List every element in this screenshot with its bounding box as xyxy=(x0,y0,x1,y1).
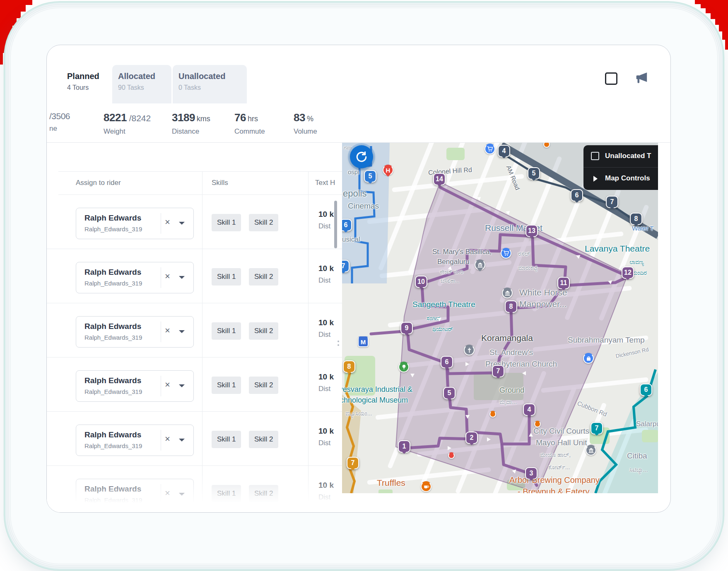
reassign-fab[interactable] xyxy=(350,145,373,168)
bank-icon xyxy=(586,445,596,456)
row-metric-label: Dist xyxy=(318,439,330,447)
map-label: epolis xyxy=(343,188,366,199)
chevron-down-icon[interactable] xyxy=(179,384,185,390)
skill-chip: Skill 2 xyxy=(249,322,278,340)
clear-rider-icon[interactable]: × xyxy=(165,271,170,282)
rider-id: Ralph_Edwards_319 xyxy=(84,334,142,341)
tab-unallocated[interactable]: Unallocated0 Tasks xyxy=(173,65,247,103)
tab-subtitle: 90 Tasks xyxy=(118,84,165,91)
stop-marker-purple-6[interactable]: 6 xyxy=(441,356,453,368)
map-label: ಮೈದಾ... xyxy=(499,398,517,405)
map-label: Koramangala xyxy=(481,333,533,343)
stop-marker-purple-5[interactable]: 5 xyxy=(443,387,456,399)
rider-select[interactable]: Ralph EdwardsRalph_Edwards_319× xyxy=(76,425,194,456)
table-scrollbar[interactable] xyxy=(334,201,337,248)
stop-marker-purple-8[interactable]: 8 xyxy=(505,300,517,313)
stat-weight: 8221 /8242Weight xyxy=(104,111,151,136)
map-label: Manpower... xyxy=(519,299,566,309)
select-all-checkbox[interactable] xyxy=(605,72,617,85)
unallocated-checkbox[interactable] xyxy=(591,152,599,160)
table-row: Ralph EdwardsRalph_Edwards_319×Skill 1Sk… xyxy=(47,249,342,303)
route-arrow-icon xyxy=(437,318,441,324)
stop-marker-purple-1[interactable]: 1 xyxy=(398,440,410,453)
stat-commute: 76hrsCommute xyxy=(234,111,265,136)
stop-marker-blue-5[interactable]: 5 xyxy=(364,170,376,182)
map-label: Salarpur xyxy=(636,420,658,428)
museum-icon xyxy=(475,259,485,270)
tab-title: Allocated xyxy=(118,72,165,81)
map-controls-label: Map Controls xyxy=(605,174,650,182)
rider-name: Ralph Edwards xyxy=(84,485,141,494)
stop-marker-purple-14[interactable]: 14 xyxy=(433,173,446,185)
map-label: ಮಂದಿರ xyxy=(632,269,647,276)
select-divider xyxy=(161,321,161,342)
chevron-down-icon[interactable] xyxy=(179,493,185,499)
route-arrow-icon xyxy=(448,446,453,450)
chevron-down-icon[interactable] xyxy=(179,222,185,228)
clear-rider-icon[interactable]: × xyxy=(165,488,170,499)
chevron-down-icon[interactable] xyxy=(179,439,185,444)
stop-marker-navy-4[interactable]: 4 xyxy=(498,145,510,157)
stop-marker-purple-3[interactable]: 3 xyxy=(525,467,538,480)
stop-marker-navy-8[interactable]: 8 xyxy=(630,213,642,225)
map-controls-toggle[interactable]: Map Controls xyxy=(583,168,658,190)
stop-marker-purple-9[interactable]: 9 xyxy=(400,322,413,334)
map-label: ಸಿಟಿಬ್ಯಾ... xyxy=(629,466,648,473)
map-label: St. Mary's Basilica, xyxy=(432,248,492,256)
cart-icon xyxy=(501,248,511,259)
rider-name: Ralph Edwards xyxy=(84,268,141,277)
skill-chip: Skill 1 xyxy=(212,214,241,231)
rider-select[interactable]: Ralph EdwardsRalph_Edwards_319× xyxy=(76,370,194,402)
stop-marker-purple-4[interactable]: 4 xyxy=(523,403,535,416)
stop-marker-blue-7[interactable]: 7 xyxy=(342,260,350,272)
map-label: ಮಾರುಕಟ್ಟೆ xyxy=(518,264,538,271)
rider-select[interactable]: Ralph EdwardsRalph_Edwards_319× xyxy=(76,262,194,293)
clear-rider-icon[interactable]: × xyxy=(165,325,170,336)
rider-id: Ralph_Edwards_319 xyxy=(84,388,142,395)
tab-allocated[interactable]: Allocated90 Tasks xyxy=(112,65,171,103)
stop-marker-orange-7[interactable]: 7 xyxy=(347,457,359,469)
unallocated-tasks-toggle[interactable]: Unallocated T xyxy=(583,145,658,168)
row-metric-label: Dist xyxy=(318,276,330,285)
stop-marker-blue-6[interactable]: 6 xyxy=(342,219,352,231)
rider-select[interactable]: Ralph EdwardsRalph_Edwards_319× xyxy=(76,208,194,239)
map-label: ಬೆಸಿಲಿಕಾ... xyxy=(441,278,460,284)
rider-select[interactable]: Ralph EdwardsRalph_Edwards_319× xyxy=(76,316,194,348)
chevron-down-icon[interactable] xyxy=(179,276,185,282)
chevron-down-icon[interactable] xyxy=(179,330,185,336)
stop-marker-purple-11[interactable]: 11 xyxy=(557,277,570,289)
tours-table: Assign to rider Skills Text H Ralph Edwa… xyxy=(47,143,342,513)
map-label: Bengaluru xyxy=(437,258,470,266)
skill-chip: Skill 2 xyxy=(249,268,278,286)
table-row: Ralph EdwardsRalph_Edwards_319×Skill 1Sk… xyxy=(47,195,342,249)
skill-chip: Skill 2 xyxy=(249,485,278,502)
stop-marker-purple-13[interactable]: 13 xyxy=(526,225,538,237)
megaphone-icon[interactable] xyxy=(634,71,648,85)
skill-chip: Skill 2 xyxy=(249,431,278,448)
stop-marker-purple-7[interactable]: 7 xyxy=(492,365,504,377)
row-metric-label: Dist xyxy=(318,385,330,393)
stop-marker-purple-2[interactable]: 2 xyxy=(465,432,478,444)
tab-bar: Planned4 ToursAllocated90 TasksUnallocat… xyxy=(61,65,247,103)
rider-select[interactable]: Ralph EdwardsRalph_Edwards_319× xyxy=(76,479,194,510)
stop-marker-purple-12[interactable]: 12 xyxy=(622,266,634,279)
stop-marker-orange-8[interactable]: 8 xyxy=(343,360,355,373)
clear-rider-icon[interactable]: × xyxy=(165,379,170,390)
clear-rider-icon[interactable]: × xyxy=(165,217,170,228)
tab-subtitle: 4 Tours xyxy=(67,84,104,91)
map-label: Truffles xyxy=(377,478,405,488)
stop-marker-teal-7[interactable]: 7 xyxy=(591,422,603,434)
clear-rider-icon[interactable]: × xyxy=(165,434,170,444)
stop-marker-navy-6[interactable]: 6 xyxy=(571,189,583,202)
row-metric-label: Dist xyxy=(318,331,330,339)
map-canvas[interactable]: Unallocated T Map Controls ಗವಾ...ospiepo… xyxy=(342,143,658,493)
stop-marker-navy-7[interactable]: 7 xyxy=(606,196,618,208)
stop-marker-teal-6[interactable]: 6 xyxy=(640,384,652,396)
column-header-assign: Assign to rider xyxy=(76,179,121,187)
stop-marker-purple-10[interactable]: 10 xyxy=(415,276,427,288)
map-label: Citiba xyxy=(627,451,647,461)
stop-marker-navy-5[interactable]: 5 xyxy=(528,167,540,180)
tab-planned[interactable]: Planned4 Tours xyxy=(61,65,111,103)
dot-icon xyxy=(448,452,455,459)
panel-resize-handle[interactable] xyxy=(337,341,339,348)
